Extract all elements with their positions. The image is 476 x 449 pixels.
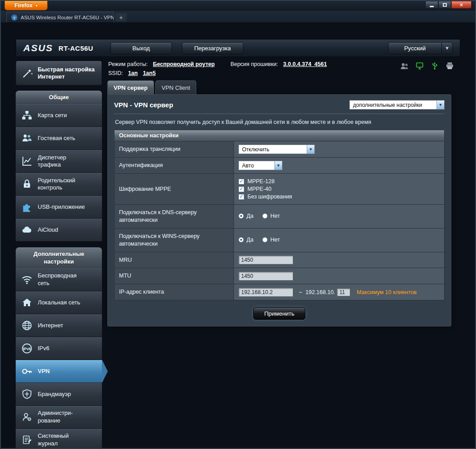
router-model: RT-AC56U: [58, 44, 93, 52]
logout-button[interactable]: Выход: [110, 42, 172, 54]
admin-person-icon: [20, 411, 34, 423]
sidebar-item-label: Системный журнал: [38, 432, 88, 448]
firefox-menu-label: Firefox: [14, 2, 32, 9]
wifi-icon: [20, 274, 34, 286]
mru-input[interactable]: [238, 255, 293, 264]
row-label: MTU: [115, 268, 234, 284]
apply-button[interactable]: Применить: [253, 307, 305, 320]
reboot-button[interactable]: Перезагрузка: [182, 42, 243, 54]
vpn-key-icon: [20, 365, 34, 377]
close-icon: ×: [460, 2, 463, 8]
checkbox-label: Без шифрования: [247, 194, 292, 200]
mtu-input[interactable]: [238, 272, 293, 281]
sidebar-item-guest-network[interactable]: Гостевая сеть: [16, 127, 102, 150]
sidebar-item-parental-control[interactable]: Родительский контроль: [16, 173, 102, 196]
sidebar-item-ipv6[interactable]: IPv6 IPv6: [16, 337, 102, 360]
table-row-wins: Подключаться к WINS-серверу автоматическ…: [115, 228, 445, 252]
magic-wand-icon: [21, 67, 34, 79]
row-value: Да Нет: [234, 228, 445, 252]
sidebar-item-label: Беспроводная сеть: [38, 272, 88, 287]
browser-window: Firefox ▾ × ASUS Wireless Router RT-AC56…: [0, 0, 476, 449]
row-value: Да Нет: [234, 205, 445, 229]
sidebar-item-label: USB-приложение: [38, 203, 85, 211]
sidebar-item-traffic-manager[interactable]: Диспетчер трафика: [16, 150, 102, 173]
firefox-menu-button[interactable]: Firefox ▾: [4, 1, 48, 10]
sidebar-header-advanced: Дополнительные настройки: [16, 247, 102, 269]
table-row-client-ip: IP-адрес клиента ~ 192.168.10. Максимум …: [115, 284, 445, 300]
no-encryption-checkbox[interactable]: Без шифрования: [238, 194, 440, 200]
clients-icon[interactable]: [400, 62, 409, 70]
router-ui: ASUS RT-AC56U Выход Перезагрузка Русский…: [16, 39, 460, 448]
status-info-text: Режим работы: Беспроводной роутер Версия…: [108, 61, 327, 79]
radio-icon: [262, 237, 268, 242]
maximize-button[interactable]: [438, 1, 451, 9]
sidebar-item-quick-setup[interactable]: Быстрая настройка Интернет: [16, 61, 102, 85]
window-titlebar: Firefox ▾ ×: [1, 1, 475, 11]
client-ip-start-input[interactable]: [238, 288, 293, 297]
checkbox-label: MPPE-40: [247, 186, 272, 192]
row-label: Подключаться к WINS-серверу автоматическ…: [115, 228, 234, 252]
ssid-link-2[interactable]: 1an5: [143, 70, 156, 76]
broadcast-support-select[interactable]: Отключить ▼: [238, 145, 315, 154]
printer-icon[interactable]: [445, 62, 454, 70]
settings-mode-select[interactable]: дополнительные настройки ▼: [349, 100, 445, 110]
browser-tab[interactable]: ASUS Wireless Router RT-AC56U - VPN c...: [6, 12, 114, 22]
minimize-button[interactable]: [425, 1, 438, 9]
mppe-40-checkbox[interactable]: MPPE-40: [238, 186, 440, 192]
sidebar-item-wireless[interactable]: Беспроводная сеть: [16, 269, 102, 291]
router-header: ASUS RT-AC56U Выход Перезагрузка Русский…: [16, 39, 460, 57]
ssid-link-1[interactable]: 1an: [128, 70, 138, 76]
sidebar-item-label: AiCloud: [38, 226, 58, 234]
firmware-label: Версия прошивки:: [230, 61, 278, 67]
browser-tabstrip: ASUS Wireless Router RT-AC56U - VPN c...…: [1, 11, 475, 22]
mppe-128-checkbox[interactable]: MPPE-128: [238, 178, 440, 185]
sidebar-item-system-log[interactable]: Системный журнал: [16, 429, 102, 448]
close-button[interactable]: ×: [451, 1, 472, 9]
checkbox-checked-icon: [238, 194, 244, 200]
wins-auto-yes-radio[interactable]: Да: [238, 237, 253, 243]
sidebar-item-label: VPN: [38, 368, 50, 375]
operation-mode-link[interactable]: Беспроводной роутер: [153, 61, 215, 67]
radio-label: Нет: [270, 237, 280, 243]
sidebar-item-administration[interactable]: Администри-рование: [16, 406, 102, 429]
table-row-broadcast: Поддержка трансляции Отключить ▼: [115, 141, 445, 158]
wins-auto-no-radio[interactable]: Нет: [262, 237, 280, 243]
page-title: VPN - VPN сервер: [114, 101, 173, 109]
sidebar-item-usb-application[interactable]: USB-приложение: [16, 196, 102, 219]
tab-favicon: [11, 14, 18, 21]
operation-mode-label: Режим работы:: [108, 61, 148, 67]
sidebar-item-wan[interactable]: Интернет: [16, 314, 102, 337]
ipv6-icon: IPv6: [20, 343, 34, 354]
new-tab-button[interactable]: +: [115, 13, 127, 22]
status-icons: [400, 61, 458, 79]
vpn-tabs: VPN сервер VPN Client: [107, 80, 460, 94]
tab-vpn-server[interactable]: VPN сервер: [107, 80, 154, 94]
info-line-ssid: SSID: 1an 1an5: [108, 70, 327, 76]
sidebar-item-label: Администри-рование: [38, 409, 88, 425]
svg-text:IPv6: IPv6: [23, 347, 31, 351]
table-row-mppe: Шифрование MPPE MPPE-128 MPPE-40: [115, 174, 445, 205]
language-selector[interactable]: Русский ▼: [388, 42, 453, 54]
client-ip-end-input[interactable]: [337, 288, 350, 296]
sidebar-item-vpn[interactable]: VPN: [16, 360, 102, 383]
authentication-select[interactable]: Авто ▼: [238, 161, 282, 170]
sidebar-item-firewall[interactable]: Брандмауэр: [16, 383, 102, 406]
firmware-version-link[interactable]: 3.0.0.4.374_4561: [283, 61, 327, 67]
dns-auto-no-radio[interactable]: Нет: [262, 213, 280, 219]
sidebar-header-general: Общие: [16, 91, 102, 104]
sidebar-item-lan[interactable]: Локальная сеть: [16, 291, 102, 314]
log-document-icon: [20, 434, 34, 446]
usb-status-icon[interactable]: [431, 62, 439, 70]
sidebar-item-aicloud[interactable]: AiCloud: [16, 219, 102, 242]
dns-auto-yes-radio[interactable]: Да: [238, 213, 253, 219]
table-row-dns: Подключаться к DNS-серверу автоматически…: [115, 205, 445, 229]
sidebar-item-label: Карта сети: [38, 112, 67, 119]
sidebar-item-label: Гостевая сеть: [38, 135, 75, 142]
tab-vpn-client[interactable]: VPN Client: [155, 80, 197, 94]
dropdown-arrow-icon: ▼: [307, 145, 314, 154]
wired-lan-status-icon[interactable]: [415, 62, 424, 70]
sidebar-item-network-map[interactable]: Карта сети: [16, 104, 102, 127]
lock-icon: [20, 178, 34, 190]
traffic-manager-icon: [20, 155, 34, 167]
settings-mode-value: дополнительные настройки: [350, 101, 436, 109]
